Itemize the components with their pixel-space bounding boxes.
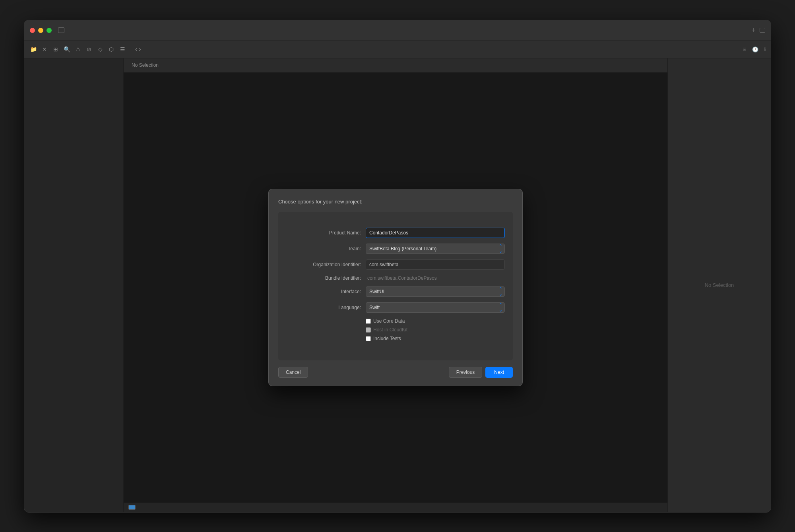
use-core-data-checkbox[interactable] bbox=[366, 319, 371, 324]
team-select-wrapper: SwiftBeta Blog (Personal Team) None ⌃⌄ bbox=[366, 244, 505, 254]
nav-back-icon[interactable]: ‹ bbox=[135, 46, 137, 53]
use-core-data-label: Use Core Data bbox=[373, 318, 405, 324]
modal-form-area: Product Name: Team: SwiftBeta Blog (Pers… bbox=[278, 212, 513, 360]
toolbar: 📁 ✕ ⊞ 🔍 ⚠ ⊘ ◇ ⬡ ☰ ‹ › ⊟ 🕐 ℹ bbox=[24, 41, 771, 58]
maximize-button[interactable] bbox=[47, 28, 52, 33]
bundle-identifier-row: Bundle Identifier: com.swiftbeta.Contado… bbox=[286, 275, 505, 281]
stop-icon[interactable]: ⊘ bbox=[85, 45, 93, 54]
title-bar-right: + bbox=[751, 26, 765, 35]
org-identifier-row: Organization Identifier: bbox=[286, 259, 505, 270]
panel-toggle-icon[interactable] bbox=[760, 28, 765, 33]
org-identifier-label: Organization Identifier: bbox=[286, 262, 366, 267]
clock-icon[interactable]: 🕐 bbox=[752, 46, 758, 52]
language-select-wrapper: Swift Objective-C ⌃⌄ bbox=[366, 302, 505, 313]
close-file-icon[interactable]: ✕ bbox=[40, 45, 49, 54]
inspector-icon[interactable]: ⊟ bbox=[743, 46, 747, 52]
modal-title: Choose options for your new project: bbox=[278, 199, 513, 205]
no-selection-right: No Selection bbox=[705, 282, 734, 288]
team-label: Team: bbox=[286, 246, 366, 251]
interface-row: Interface: SwiftUI Storyboard ⌃⌄ bbox=[286, 286, 505, 297]
mac-window: + 📁 ✕ ⊞ 🔍 ⚠ ⊘ ◇ ⬡ ☰ ‹ › ⊟ 🕐 ℹ No bbox=[24, 20, 771, 513]
info-icon[interactable]: ℹ bbox=[764, 46, 766, 52]
org-identifier-input[interactable] bbox=[366, 259, 505, 270]
search-icon[interactable]: 🔍 bbox=[62, 45, 71, 54]
use-core-data-row: Use Core Data bbox=[286, 318, 505, 324]
cancel-button[interactable]: Cancel bbox=[278, 367, 308, 378]
new-project-modal: Choose options for your new project: Pro… bbox=[268, 189, 523, 386]
no-selection-top: No Selection bbox=[128, 61, 162, 70]
toolbar-divider bbox=[131, 45, 131, 53]
include-tests-checkbox[interactable] bbox=[366, 336, 371, 341]
language-select[interactable]: Swift Objective-C bbox=[366, 302, 505, 313]
previous-button[interactable]: Previous bbox=[449, 367, 483, 378]
editor-content: Choose options for your new project: Pro… bbox=[124, 73, 667, 503]
diamond-icon[interactable]: ◇ bbox=[96, 45, 105, 54]
editor-top-bar: No Selection bbox=[124, 58, 667, 73]
folder-icon[interactable]: 📁 bbox=[29, 45, 38, 54]
language-row: Language: Swift Objective-C ⌃⌄ bbox=[286, 302, 505, 313]
square-dotted-icon[interactable]: ⬡ bbox=[107, 45, 116, 54]
sidebar-toggle-icon[interactable] bbox=[58, 27, 64, 33]
interface-select-wrapper: SwiftUI Storyboard ⌃⌄ bbox=[366, 286, 505, 297]
status-indicator bbox=[128, 505, 136, 510]
sidebar bbox=[24, 58, 124, 512]
language-label: Language: bbox=[286, 305, 366, 310]
title-bar: + bbox=[24, 20, 771, 41]
add-button[interactable]: + bbox=[751, 26, 756, 35]
toolbar-nav: ‹ › bbox=[135, 46, 141, 53]
product-name-input[interactable] bbox=[366, 228, 505, 238]
modal-overlay: Choose options for your new project: Pro… bbox=[124, 73, 667, 503]
interface-label: Interface: bbox=[286, 289, 366, 294]
team-select[interactable]: SwiftBeta Blog (Personal Team) None bbox=[366, 244, 505, 254]
status-bar bbox=[124, 503, 667, 512]
editor-area: No Selection Choose options for your new… bbox=[124, 58, 667, 512]
interface-select[interactable]: SwiftUI Storyboard bbox=[366, 286, 505, 297]
team-row: Team: SwiftBeta Blog (Personal Team) Non… bbox=[286, 244, 505, 254]
next-button[interactable]: Next bbox=[485, 367, 513, 378]
product-name-row: Product Name: bbox=[286, 228, 505, 238]
minimize-button[interactable] bbox=[38, 28, 43, 33]
grid-icon[interactable]: ⊞ bbox=[51, 45, 60, 54]
host-cloudkit-label: Host in CloudKit bbox=[373, 327, 407, 333]
nav-forward-icon[interactable]: › bbox=[139, 46, 141, 53]
bundle-identifier-value: com.swiftbeta.ContadorDePasos bbox=[366, 275, 505, 281]
list-icon[interactable]: ☰ bbox=[118, 45, 127, 54]
close-button[interactable] bbox=[30, 28, 35, 33]
bundle-identifier-label: Bundle Identifier: bbox=[286, 275, 366, 281]
btn-group-right: Previous Next bbox=[449, 367, 513, 378]
right-panel: No Selection bbox=[667, 58, 771, 512]
warning-icon[interactable]: ⚠ bbox=[74, 45, 82, 54]
modal-buttons: Cancel Previous Next bbox=[278, 367, 513, 378]
host-cloudkit-row: Host in CloudKit bbox=[286, 327, 505, 333]
host-cloudkit-checkbox[interactable] bbox=[366, 327, 371, 333]
include-tests-label: Include Tests bbox=[373, 336, 401, 341]
include-tests-row: Include Tests bbox=[286, 336, 505, 341]
product-name-label: Product Name: bbox=[286, 230, 366, 236]
main-area: No Selection Choose options for your new… bbox=[24, 58, 771, 512]
